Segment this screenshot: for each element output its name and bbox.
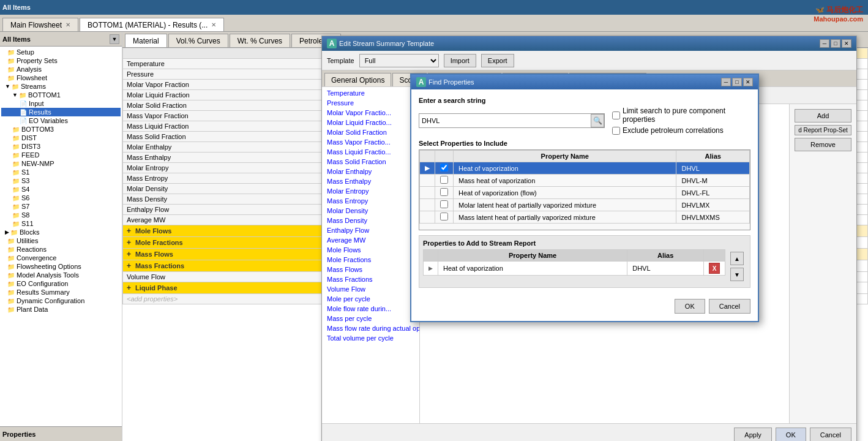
sidebar-item-s8[interactable]: 📁 S8 [1, 211, 121, 219]
sidebar-item-s4[interactable]: 📁 S4 [1, 185, 121, 194]
chk-mass-heat-vap[interactable] [440, 176, 448, 184]
search-btn[interactable]: 🔍 [591, 114, 604, 127]
sidebar-item-setup[interactable]: 📁 Setup [1, 48, 121, 56]
sidebar-item-eo-config[interactable]: 📁 EO Configuration [1, 279, 121, 288]
dialog-maximize-btn[interactable]: □ [831, 39, 840, 48]
sidebar-item-analysis[interactable]: 📁 Analysis [1, 65, 121, 74]
sidebar-item-utilities[interactable]: 📁 Utilities [1, 236, 121, 245]
sidebar-item-bottom1[interactable]: ▼ 📁 BOTTOM1 [1, 91, 121, 99]
sidebar-item-s7[interactable]: 📁 S7 [1, 202, 121, 211]
find-row-mass-heat-vap[interactable]: Mass heat of vaporization DHVL-M [420, 175, 750, 187]
tab-bottom1-results[interactable]: BOTTOM1 (MATERIAL) - Results (... ✕ [80, 18, 224, 31]
find-close-btn[interactable]: ✕ [743, 78, 753, 86]
search-input[interactable] [419, 114, 591, 127]
sidebar-item-dynamic-config[interactable]: 📁 Dynamic Configuration [1, 296, 121, 305]
template-select[interactable]: Full [359, 54, 439, 67]
remove-button[interactable]: Remove [795, 138, 851, 151]
prop-item-mole-flows[interactable]: Mole Flows [323, 245, 418, 255]
chk-mass-latent[interactable] [440, 213, 448, 221]
sidebar-item-model-analysis[interactable]: 📁 Model Analysis Tools [1, 271, 121, 279]
prop-item-mass-flow-actual[interactable]: Mass flow rate during actual operation [323, 323, 418, 333]
prop-item-mass-entropy[interactable]: Mass Entropy [323, 196, 418, 206]
sidebar-item-s6[interactable]: 📁 S6 [1, 194, 121, 202]
prop-item-mole-per-cycle[interactable]: Mole per cycle [323, 294, 418, 304]
prop-item-mass-flows[interactable]: Mass Flows [323, 265, 418, 274]
prop-item-molar-liquid[interactable]: Molar Liquid Fractio... [323, 118, 418, 127]
chk-heat-vap[interactable] [440, 164, 448, 172]
sidebar-item-plant-data[interactable]: 📁 Plant Data [1, 305, 121, 314]
sidebar-item-dist[interactable]: 📁 DIST [1, 134, 121, 142]
move-down-btn[interactable]: ▼ [730, 268, 744, 281]
prop-item-total-volume[interactable]: Total volume per cycle [323, 333, 418, 343]
dialog-close-btn[interactable]: ✕ [842, 39, 851, 48]
find-minimize-btn[interactable]: ─ [721, 78, 731, 86]
tab-main-flowsheet[interactable]: Main Flowsheet ✕ [2, 18, 78, 31]
sidebar-item-blocks[interactable]: ▶ 📁 Blocks [1, 228, 121, 236]
find-row-heat-vap-flow[interactable]: Heat of vaporization (flow) DHVL-FL [420, 187, 750, 199]
sidebar-item-feed[interactable]: 📁 FEED [1, 151, 121, 159]
find-row-molar-latent[interactable]: Molar latent heat of partially vaporized… [420, 199, 750, 211]
sidebar-item-results-summary[interactable]: 📁 Results Summary [1, 288, 121, 296]
sidebar-item-s1[interactable]: 📁 S1 [1, 168, 121, 176]
apply-button[interactable]: Apply [734, 428, 772, 442]
export-button[interactable]: Export [481, 54, 514, 67]
prop-item-enthalpy-flow[interactable]: Enthalpy Flow [323, 225, 418, 235]
prop-item-molar-density[interactable]: Molar Density [323, 206, 418, 216]
import-button[interactable]: Import [444, 54, 476, 67]
sidebar-item-bottom1-eo[interactable]: 📄 EO Variables [1, 116, 121, 125]
prop-item-mass-liquid[interactable]: Mass Liquid Fractio... [323, 147, 418, 157]
prop-item-mass-density[interactable]: Mass Density [323, 216, 418, 225]
sidebar-item-reactions[interactable]: 📁 Reactions [1, 245, 121, 254]
prop-item-mass-solid[interactable]: Mass Solid Fraction [323, 157, 418, 167]
sidebar-item-convergence[interactable]: 📁 Convergence [1, 254, 121, 262]
sidebar-item-s11[interactable]: 📁 S11 [1, 219, 121, 228]
tab-vol-curves[interactable]: Vol.% Curves [168, 34, 228, 47]
tab-close-main[interactable]: ✕ [65, 21, 70, 28]
prop-item-mass-vapor[interactable]: Mass Vapor Fractio... [323, 137, 418, 147]
tab-wt-curves[interactable]: Wt. % Curves [230, 34, 290, 47]
prop-item-mole-fractions[interactable]: Mole Fractions [323, 255, 418, 265]
report-prop-set-button[interactable]: d Report Prop-Set [795, 125, 851, 135]
prop-item-average-mw[interactable]: Average MW [323, 235, 418, 245]
find-row-heat-vap[interactable]: ▶ Heat of vaporization DHVL [420, 162, 750, 175]
prop-item-molar-enthalpy[interactable]: Molar Enthalpy [323, 167, 418, 176]
prop-item-temperature[interactable]: Temperature [323, 88, 418, 98]
prop-item-molar-entropy[interactable]: Molar Entropy [323, 186, 418, 196]
prop-item-molar-vapor[interactable]: Molar Vapor Fractio... [323, 108, 418, 118]
sidebar-item-new-nmp[interactable]: 📁 NEW-NMP [1, 159, 121, 168]
prop-item-mole-flow-rate[interactable]: Mole flow rate durin... [323, 304, 418, 314]
find-row-mass-latent[interactable]: Mass latent heat of partially vaporized … [420, 211, 750, 224]
tab-close-results[interactable]: ✕ [211, 21, 216, 28]
prop-item-volume-flow[interactable]: Volume Flow [323, 284, 418, 294]
sidebar-item-flowsheeting-options[interactable]: 📁 Flowsheeting Options [1, 262, 121, 271]
dialog-minimize-btn[interactable]: ─ [820, 39, 829, 48]
add-button[interactable]: Add [795, 109, 851, 123]
sidebar-item-flowsheet[interactable]: 📁 Flowsheet [1, 74, 121, 82]
chk-heat-vap-flow[interactable] [440, 188, 448, 196]
tab-material[interactable]: Material [125, 34, 167, 47]
ok-button[interactable]: OK [776, 428, 806, 442]
limit-pure-component-checkbox[interactable] [612, 111, 620, 119]
tab-general-options[interactable]: General Options [324, 73, 391, 86]
sidebar-item-bottom3[interactable]: 📁 BOTTOM3 [1, 125, 121, 134]
find-cancel-button[interactable]: Cancel [709, 299, 750, 314]
prop-item-mass-fractions[interactable]: Mass Fractions [323, 274, 418, 284]
sidebar-dropdown-btn[interactable]: ▼ [110, 34, 119, 44]
sidebar-item-bottom1-input[interactable]: 📄 Input [1, 99, 121, 108]
prop-item-molar-solid[interactable]: Molar Solid Fraction [323, 127, 418, 137]
sidebar-item-property-sets[interactable]: 📁 Property Sets [1, 56, 121, 65]
sidebar-item-s3[interactable]: 📁 S3 [1, 176, 121, 185]
chk-molar-latent[interactable] [440, 200, 448, 208]
cancel-button[interactable]: Cancel [810, 428, 851, 442]
exclude-petroleum-checkbox[interactable] [612, 127, 620, 135]
find-maximize-btn[interactable]: □ [732, 78, 742, 86]
sidebar-item-streams[interactable]: ▼ 📁 Streams [1, 82, 121, 91]
move-up-btn[interactable]: ▲ [730, 252, 744, 265]
sidebar-item-bottom1-results[interactable]: 📄 Results [1, 108, 121, 116]
prop-item-mass-per-cycle[interactable]: Mass per cycle [323, 314, 418, 323]
prop-item-mass-enthalpy[interactable]: Mass Enthalpy [323, 176, 418, 186]
prop-item-pressure[interactable]: Pressure [323, 98, 418, 108]
remove-heat-vap-btn[interactable]: X [709, 263, 720, 274]
sidebar-item-dist3[interactable]: 📁 DIST3 [1, 142, 121, 151]
find-ok-button[interactable]: OK [675, 299, 705, 314]
